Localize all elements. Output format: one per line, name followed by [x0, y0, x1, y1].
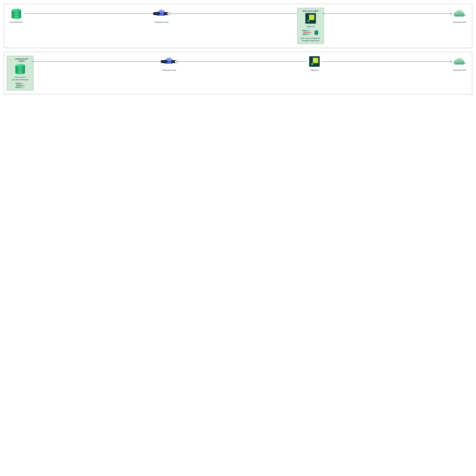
arrow-2 — [171, 8, 297, 19]
lightning-cdc-text: CDC occurs in your data warehouse — [12, 76, 28, 81]
svg-point-26 — [315, 30, 317, 35]
svg-point-24 — [304, 34, 304, 34]
hightouch-node: Basic sync engine Hightouch — [297, 8, 324, 44]
arrow-3 — [324, 8, 450, 19]
svg-point-23 — [303, 34, 303, 34]
lightning-sync-title: Lightning sync engine — [13, 58, 31, 62]
svg-point-21 — [306, 32, 306, 33]
svg-rect-49 — [168, 61, 170, 63]
svg-rect-54 — [313, 58, 318, 63]
svg-point-37 — [16, 83, 17, 84]
svg-point-20 — [305, 32, 305, 33]
svg-rect-14 — [302, 30, 311, 31]
svg-point-38 — [17, 83, 17, 84]
basic-flow-row: Data warehouse (Optional) Tunnel Basi — [7, 8, 469, 44]
svg-point-43 — [18, 85, 19, 85]
lightning-highlight-box: ⚡ Lightning sync engine CDC occurs in yo… — [7, 56, 34, 90]
svg-rect-13 — [307, 20, 310, 22]
lightning-warehouse-node: ⚡ Lightning sync engine CDC occurs in yo… — [7, 56, 34, 90]
cdc-bars-icon — [16, 83, 25, 88]
arrow-l1 — [34, 56, 160, 67]
svg-rect-8 — [153, 12, 160, 15]
svg-rect-55 — [311, 63, 313, 65]
svg-point-41 — [17, 85, 17, 85]
basic-cdc-text: CDC occurs in Hightouch-managed infrastr… — [300, 37, 321, 42]
svg-rect-57 — [464, 63, 466, 64]
svg-point-19 — [304, 32, 304, 33]
tunnel-cloud-icon — [153, 8, 170, 19]
svg-rect-22 — [302, 34, 311, 35]
svg-point-32 — [16, 64, 25, 67]
svg-rect-58 — [459, 60, 460, 62]
lightning-sync-panel: ⚡ Lightning sync engine CDC occurs in yo… — [4, 52, 472, 94]
svg-rect-12 — [309, 15, 314, 20]
svg-rect-44 — [16, 87, 24, 88]
svg-rect-29 — [459, 12, 460, 14]
hightouch-logo-icon — [306, 13, 316, 24]
basic-sync-panel: Data warehouse (Optional) Tunnel Basi — [4, 4, 472, 48]
cylinder-shape-icon — [314, 30, 319, 35]
destination-node: Destination APIs — [450, 8, 469, 23]
database-icon — [15, 63, 25, 74]
arrow-l3 — [324, 56, 450, 67]
destination-cloud-icon — [452, 9, 467, 18]
basic-highlight-box: Basic sync engine Hightouch — [297, 8, 324, 44]
hightouch-label: Hightouch — [306, 26, 315, 28]
data-warehouse-node: Data warehouse — [7, 8, 26, 23]
destination-cloud-icon — [452, 57, 467, 66]
svg-rect-50 — [161, 60, 168, 63]
svg-rect-27 — [461, 14, 464, 16]
destination-label-2: Destination APIs — [453, 69, 466, 71]
svg-rect-7 — [160, 13, 162, 15]
svg-point-42 — [18, 85, 18, 85]
svg-point-46 — [17, 87, 17, 87]
svg-point-39 — [17, 83, 18, 84]
svg-point-2 — [12, 9, 21, 11]
svg-point-17 — [305, 30, 305, 31]
tunnel-node: (Optional) Tunnel — [152, 8, 171, 23]
tunnel-cloud-icon — [161, 56, 178, 67]
hightouch-node-2: Hightouch — [305, 56, 324, 71]
arrow-1 — [26, 8, 152, 19]
svg-point-16 — [304, 30, 304, 31]
cdc-bars-icon — [302, 30, 312, 35]
lightning-flow-row: ⚡ Lightning sync engine CDC occurs in yo… — [7, 56, 469, 90]
svg-point-25 — [305, 34, 305, 34]
tunnel-label: (Optional) Tunnel — [155, 21, 169, 23]
destination-node-2: Destination APIs — [450, 56, 469, 71]
svg-rect-40 — [16, 85, 25, 86]
svg-rect-18 — [303, 32, 312, 33]
destination-label: Destination APIs — [453, 21, 466, 23]
svg-point-15 — [303, 30, 303, 31]
svg-rect-28 — [464, 15, 466, 16]
svg-rect-56 — [461, 62, 464, 63]
data-warehouse-label: Data warehouse — [10, 21, 23, 23]
svg-point-47 — [17, 87, 18, 87]
arrow-l2 — [179, 56, 305, 67]
lightning-bolt-icon: ⚡ — [9, 59, 12, 61]
database-icon — [11, 8, 22, 19]
svg-rect-36 — [16, 83, 24, 84]
hightouch-logo-icon — [309, 56, 320, 67]
tunnel-node-2: (Optional) Tunnel — [160, 56, 179, 71]
svg-point-45 — [16, 87, 17, 87]
hightouch-label-2: Hightouch — [310, 69, 319, 71]
tunnel-label-2: (Optional) Tunnel — [162, 69, 176, 71]
basic-sync-title: Basic sync engine — [303, 10, 319, 12]
